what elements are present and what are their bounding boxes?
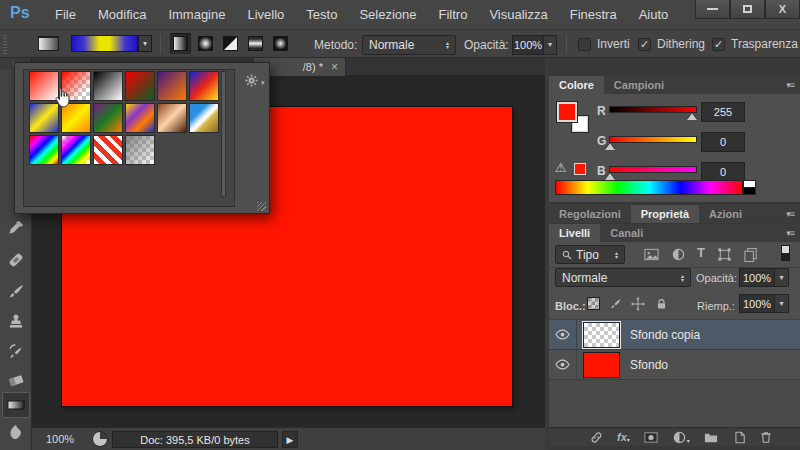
tab-livelli[interactable]: Livelli xyxy=(549,224,600,242)
gradient-picker-open-button[interactable]: ▾ xyxy=(138,35,152,52)
menu-testo[interactable]: Testo xyxy=(295,0,348,30)
spectrum-black-swatch[interactable] xyxy=(743,187,756,195)
new-adjustment-layer-button[interactable]: ▾ xyxy=(672,429,690,445)
lock-pixels-icon[interactable] xyxy=(609,297,623,313)
delete-layer-button[interactable] xyxy=(759,430,773,445)
checkbox-trasparenza[interactable]: ✓ Trasparenza xyxy=(712,37,798,51)
layer-name[interactable]: Sfondo copia xyxy=(630,328,700,342)
gear-icon[interactable] xyxy=(244,73,259,90)
lock-transparency-icon[interactable] xyxy=(587,297,600,310)
layer-thumbnail[interactable] xyxy=(583,322,620,348)
panel-menu-icon[interactable]: ▾≡ xyxy=(786,76,794,94)
gradient-swatch[interactable] xyxy=(189,71,219,101)
maximize-button[interactable] xyxy=(730,0,765,19)
filter-type-select[interactable]: Tipo ▴▾ xyxy=(555,245,625,264)
blend-mode-select[interactable]: Normale ▴▾ xyxy=(555,268,691,287)
red-slider-thumb[interactable] xyxy=(687,113,697,120)
tab-azioni[interactable]: Azioni xyxy=(699,205,752,223)
red-value-input[interactable]: 255 xyxy=(701,102,745,122)
gradient-preview[interactable] xyxy=(71,35,138,52)
menu-file[interactable]: File xyxy=(44,0,87,30)
layer-name[interactable]: Sfondo xyxy=(630,358,668,372)
blue-slider[interactable] xyxy=(609,166,697,173)
tab-close-icon[interactable]: × xyxy=(331,61,338,73)
red-slider[interactable] xyxy=(609,106,697,113)
menu-selezione[interactable]: Selezione xyxy=(348,0,427,30)
new-layer-button[interactable] xyxy=(732,430,746,445)
tool-eraser[interactable] xyxy=(4,368,28,392)
minimize-button[interactable] xyxy=(695,0,730,19)
gradient-swatch[interactable] xyxy=(125,135,155,165)
gradient-swatch[interactable] xyxy=(157,71,187,101)
menu-visualizza[interactable]: Visualizza xyxy=(478,0,558,30)
menu-modifica[interactable]: Modifica xyxy=(87,0,157,30)
tab-colore[interactable]: Colore xyxy=(549,76,604,94)
layer-row-sfondo-copia[interactable]: Sfondo copia xyxy=(549,320,800,350)
filter-shape-layers-icon[interactable] xyxy=(717,247,732,264)
gradient-swatch[interactable] xyxy=(157,103,187,133)
tool-history-brush[interactable] xyxy=(4,340,28,364)
tool-smudge[interactable] xyxy=(4,420,28,444)
options-grip[interactable] xyxy=(3,34,7,54)
gradient-swatch[interactable] xyxy=(29,135,59,165)
green-value-input[interactable]: 0 xyxy=(701,132,745,152)
filter-adjustment-layers-icon[interactable] xyxy=(671,247,686,264)
layer-row-sfondo[interactable]: Sfondo xyxy=(549,350,800,380)
tool-healing-brush[interactable] xyxy=(4,248,28,272)
menu-immagine[interactable]: Immagine xyxy=(157,0,236,30)
visibility-toggle[interactable] xyxy=(549,320,577,350)
lock-position-icon[interactable] xyxy=(631,297,645,313)
zoom-level-field[interactable]: 100% xyxy=(46,433,74,445)
tool-gradient[interactable] xyxy=(2,392,30,418)
gradient-type-linear[interactable] xyxy=(170,33,191,54)
menu-finestra[interactable]: Finestra xyxy=(559,0,628,30)
panel-menu-icon[interactable]: ▾≡ xyxy=(786,224,794,242)
layer-thumbnail[interactable] xyxy=(583,352,620,378)
gradient-swatch[interactable] xyxy=(93,71,123,101)
gradient-swatch[interactable] xyxy=(93,103,123,133)
tab-proprieta[interactable]: Proprietà xyxy=(631,205,699,223)
gradient-swatch[interactable] xyxy=(125,103,155,133)
filter-pixel-layers-icon[interactable] xyxy=(644,247,659,264)
gradient-type-angle[interactable] xyxy=(220,33,241,54)
green-slider[interactable] xyxy=(609,136,697,143)
layer-opacity-arrow[interactable]: ▾ xyxy=(774,268,789,287)
gradient-swatch[interactable] xyxy=(61,135,91,165)
green-slider-thumb[interactable] xyxy=(605,143,615,150)
gradient-type-reflected[interactable] xyxy=(245,33,266,54)
menu-filtro[interactable]: Filtro xyxy=(428,0,479,30)
filter-smart-objects-icon[interactable] xyxy=(743,247,758,264)
fill-input[interactable]: 100% xyxy=(739,294,775,313)
foreground-color-swatch[interactable] xyxy=(557,102,577,122)
gamut-color-swatch[interactable] xyxy=(574,163,586,175)
visibility-toggle[interactable] xyxy=(549,350,577,380)
checkbox-inverti[interactable]: ✓ Inverti xyxy=(578,37,630,51)
layer-opacity-input[interactable]: 100% xyxy=(739,268,775,287)
tab-campioni[interactable]: Campioni xyxy=(604,76,674,94)
gradient-type-radial[interactable] xyxy=(195,33,216,54)
resize-grip[interactable] xyxy=(257,202,266,211)
lock-all-icon[interactable] xyxy=(655,297,668,313)
opacity-slider-button[interactable]: ▾ xyxy=(543,35,557,55)
filter-type-layers-icon[interactable]: T xyxy=(697,245,705,260)
tool-eyedropper[interactable] xyxy=(4,216,28,240)
gradient-swatch[interactable] xyxy=(93,135,123,165)
new-group-button[interactable] xyxy=(703,430,719,445)
opacity-input[interactable]: 100% xyxy=(512,35,544,55)
gamut-warning-icon[interactable]: ⚠ xyxy=(555,160,567,175)
panel-menu-icon[interactable]: ▾≡ xyxy=(786,205,794,223)
picker-scrollbar[interactable] xyxy=(221,71,226,197)
gradient-type-diamond[interactable] xyxy=(270,33,291,54)
gradient-swatch[interactable] xyxy=(125,71,155,101)
add-layer-mask-button[interactable] xyxy=(643,430,659,445)
link-layers-button[interactable] xyxy=(589,430,604,445)
menu-aiuto[interactable]: Aiuto xyxy=(628,0,680,30)
layer-style-button[interactable]: fx▾ xyxy=(617,430,630,444)
tool-brush[interactable] xyxy=(4,280,28,304)
status-options-arrow[interactable]: ▶ xyxy=(282,431,298,448)
tool-clone-stamp[interactable] xyxy=(4,310,28,334)
checkbox-dithering[interactable]: ✓ Dithering xyxy=(638,37,705,51)
blue-value-input[interactable]: 0 xyxy=(701,162,745,182)
color-spectrum-ramp[interactable] xyxy=(555,180,743,195)
blend-method-select[interactable]: Normale ▴▾ xyxy=(362,35,456,55)
